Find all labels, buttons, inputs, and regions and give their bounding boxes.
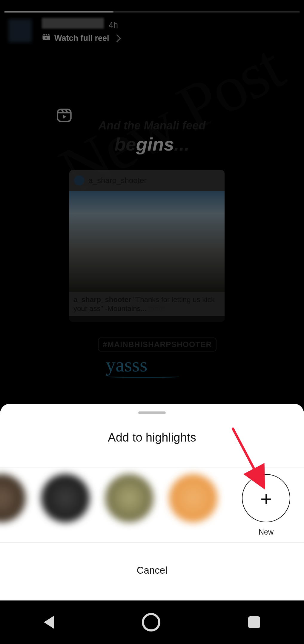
new-highlight-button[interactable]: ＋ New: [242, 474, 290, 536]
add-to-highlights-sheet: Add to highlights ＋ New Cancel: [0, 404, 304, 600]
highlight-option[interactable]: [0, 474, 27, 522]
nav-recent-button[interactable]: [248, 616, 260, 628]
highlight-option[interactable]: [168, 474, 219, 522]
sheet-title: Add to highlights: [0, 431, 304, 444]
android-nav-bar: [0, 600, 304, 644]
new-highlight-label: New: [259, 528, 274, 536]
highlight-option[interactable]: [40, 474, 91, 522]
sheet-grabber[interactable]: [138, 411, 166, 414]
highlight-option[interactable]: [104, 474, 155, 522]
highlights-row[interactable]: ＋ New: [0, 467, 304, 543]
cancel-button[interactable]: Cancel: [0, 556, 304, 585]
nav-home-button[interactable]: [142, 613, 160, 631]
nav-back-button[interactable]: [44, 616, 54, 629]
